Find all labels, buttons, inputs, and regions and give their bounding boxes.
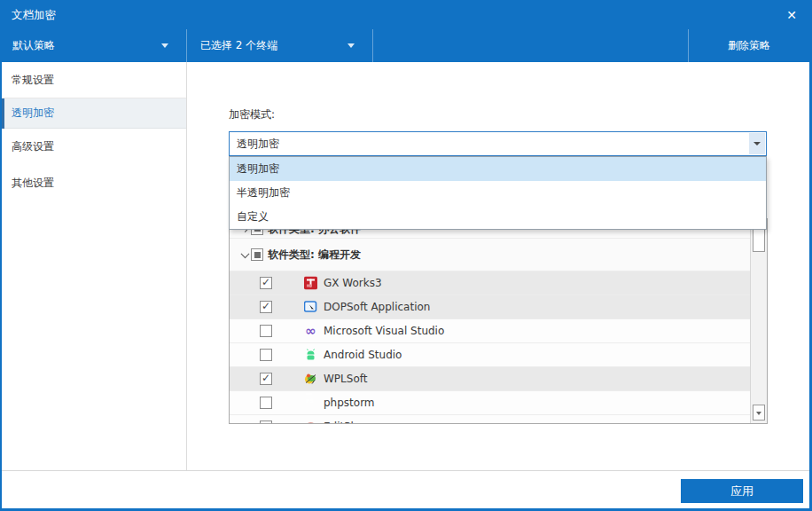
list-item-phpstorm[interactable]: PS phpstorm xyxy=(230,391,750,415)
sidebar-item-general-settings[interactable]: 常规设置 xyxy=(2,62,186,98)
policy-selector[interactable]: 默认策略 xyxy=(0,29,187,62)
gx-works3-icon xyxy=(304,277,317,290)
group-row-dev[interactable]: 软件类型: 编程开发 xyxy=(230,239,750,271)
editplus-icon xyxy=(304,421,317,425)
terminal-selector-label: 已选择 2 个终端 xyxy=(200,38,277,53)
android-studio-icon xyxy=(304,349,317,362)
delete-policy-label: 删除策略 xyxy=(728,38,770,53)
indeterminate-mark xyxy=(254,252,261,258)
group-checkbox[interactable] xyxy=(251,248,263,261)
main-content: 加密模式: 透明加密 透明加密 半透明加密 自定义 软件类型: 办公软件 软件类 xyxy=(187,62,809,470)
scrollbar-thumb[interactable] xyxy=(753,229,765,252)
document-encryption-window: 文档加密 ✕ 默认策略 已选择 2 个终端 删除策略 常规设置 透明加密 高级设… xyxy=(0,0,812,511)
dropdown-option-transparent[interactable]: 透明加密 xyxy=(230,157,766,181)
combobox-dropdown-button[interactable] xyxy=(749,133,765,154)
list-item-android-studio[interactable]: Android Studio xyxy=(230,343,750,367)
footer: 应用 xyxy=(2,470,809,508)
title-bar: 文档加密 ✕ xyxy=(0,0,812,29)
phpstorm-icon: PS xyxy=(304,397,317,410)
list-item-editplus[interactable]: EditPlus xyxy=(230,415,750,424)
checkbox-unchecked[interactable] xyxy=(260,397,272,409)
checkbox-unchecked[interactable] xyxy=(260,349,272,361)
window-border-left xyxy=(0,62,2,511)
list-item-gx-works3[interactable]: ✓ GX Works3 xyxy=(230,271,750,295)
chevron-down-icon[interactable] xyxy=(241,249,250,258)
sidebar-item-advanced-settings[interactable]: 高级设置 xyxy=(2,129,186,165)
encryption-mode-dropdown: 透明加密 半透明加密 自定义 xyxy=(229,156,767,230)
close-icon[interactable]: ✕ xyxy=(782,6,801,24)
chevron-down-icon xyxy=(161,43,168,48)
dropdown-option-semitransparent[interactable]: 半透明加密 xyxy=(230,181,766,205)
encryption-mode-combobox[interactable]: 透明加密 xyxy=(229,131,767,156)
delete-policy-button[interactable]: 删除策略 xyxy=(688,29,809,62)
selected-accent-bar xyxy=(2,98,4,129)
checkbox-checked[interactable]: ✓ xyxy=(260,373,272,385)
encryption-mode-label: 加密模式: xyxy=(229,107,275,122)
toolbar: 默认策略 已选择 2 个终端 删除策略 xyxy=(0,29,812,62)
sidebar-item-transparent-encryption[interactable]: 透明加密 xyxy=(2,98,186,129)
dopsoft-icon xyxy=(304,301,317,314)
visual-studio-icon: ∞ xyxy=(304,325,317,338)
list-item-visual-studio[interactable]: ∞ Microsoft Visual Studio xyxy=(230,319,750,343)
chevron-down-icon xyxy=(756,412,761,415)
checkbox-unchecked[interactable] xyxy=(260,421,272,424)
chevron-down-icon xyxy=(753,142,761,145)
list-item-dopsoft[interactable]: ✓ DOPSoft Application xyxy=(230,295,750,319)
apply-button[interactable]: 应用 xyxy=(681,479,803,503)
sidebar-item-other-settings[interactable]: 其他设置 xyxy=(2,165,186,201)
checkbox-checked[interactable]: ✓ xyxy=(260,301,272,313)
list-item-wplsoft[interactable]: ✓ WPLSoft xyxy=(230,367,750,391)
combobox-value: 透明加密 xyxy=(237,132,279,155)
checkbox-checked[interactable]: ✓ xyxy=(260,277,272,289)
dropdown-option-custom[interactable]: 自定义 xyxy=(230,205,766,229)
policy-selector-label: 默认策略 xyxy=(12,38,55,53)
window-title: 文档加密 xyxy=(12,0,56,29)
software-list: 软件类型: 办公软件 软件类型: 编程开发 ✓ GX Works3 ✓ DOP xyxy=(229,218,768,424)
wplsoft-icon xyxy=(304,373,317,386)
settings-sidebar: 常规设置 透明加密 高级设置 其他设置 xyxy=(2,62,187,470)
checkbox-unchecked[interactable] xyxy=(260,325,272,337)
terminal-selector[interactable]: 已选择 2 个终端 xyxy=(187,29,373,62)
scrollbar-down-button[interactable] xyxy=(753,405,765,421)
chevron-down-icon xyxy=(347,43,355,48)
list-scrollbar[interactable] xyxy=(750,219,767,423)
